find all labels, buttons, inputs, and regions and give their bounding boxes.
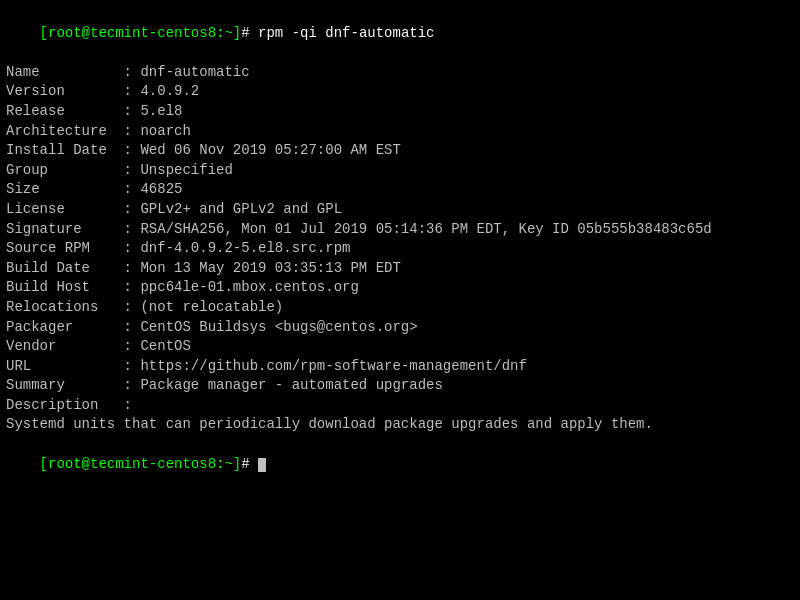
output-license: License : GPLv2+ and GPLv2 and GPL (6, 200, 794, 220)
output-group: Group : Unspecified (6, 161, 794, 181)
output-build-host: Build Host : ppc64le-01.mbox.centos.org (6, 278, 794, 298)
output-vendor: Vendor : CentOS (6, 337, 794, 357)
output-description-value: Systemd units that can periodically down… (6, 415, 794, 435)
cursor-blink (258, 458, 266, 472)
output-relocations: Relocations : (not relocatable) (6, 298, 794, 318)
command-line: [root@tecmint-centos8:~]# rpm -qi dnf-au… (6, 4, 794, 63)
output-size: Size : 46825 (6, 180, 794, 200)
prompt-user: [root@tecmint-centos8:~] (40, 25, 242, 41)
output-summary: Summary : Package manager - automated up… (6, 376, 794, 396)
output-arch: Architecture : noarch (6, 122, 794, 142)
output-install-date: Install Date : Wed 06 Nov 2019 05:27:00 … (6, 141, 794, 161)
output-source-rpm: Source RPM : dnf-4.0.9.2-5.el8.src.rpm (6, 239, 794, 259)
output-version: Version : 4.0.9.2 (6, 82, 794, 102)
output-signature: Signature : RSA/SHA256, Mon 01 Jul 2019 … (6, 220, 794, 240)
output-description-label: Description : (6, 396, 794, 416)
next-prompt-user: [root@tecmint-centos8:~] (40, 456, 242, 472)
next-prompt-line: [root@tecmint-centos8:~]# (6, 435, 794, 494)
output-url: URL : https://github.com/rpm-software-ma… (6, 357, 794, 377)
next-prompt-symbol: # (241, 456, 258, 472)
prompt-symbol: # (241, 25, 258, 41)
output-name: Name : dnf-automatic (6, 63, 794, 83)
terminal-window[interactable]: [root@tecmint-centos8:~]# rpm -qi dnf-au… (0, 0, 800, 600)
output-build-date: Build Date : Mon 13 May 2019 03:35:13 PM… (6, 259, 794, 279)
output-release: Release : 5.el8 (6, 102, 794, 122)
command-text: rpm -qi dnf-automatic (258, 25, 434, 41)
output-packager: Packager : CentOS Buildsys <bugs@centos.… (6, 318, 794, 338)
